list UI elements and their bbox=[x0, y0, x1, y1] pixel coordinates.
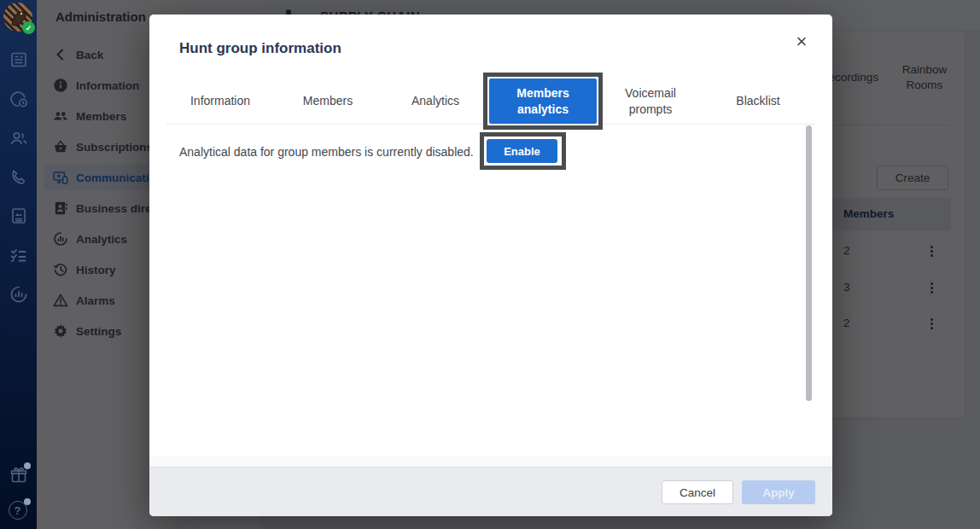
modal-scrollbar-thumb[interactable] bbox=[806, 125, 812, 401]
tasks-icon[interactable] bbox=[9, 245, 29, 265]
icon-rail: ✓ bbox=[0, 0, 37, 529]
close-icon[interactable]: × bbox=[790, 30, 814, 54]
cancel-button[interactable]: Cancel bbox=[662, 480, 733, 504]
gift-notification-dot bbox=[24, 462, 31, 469]
call-history-icon[interactable] bbox=[9, 89, 29, 109]
modal-tab-information[interactable]: Information bbox=[166, 78, 274, 124]
modal-tab-analytics[interactable]: Analytics bbox=[382, 78, 489, 124]
modal-title: Hunt group information bbox=[179, 40, 341, 57]
verified-badge-icon: ✓ bbox=[22, 21, 35, 34]
modal-tab-blacklist[interactable]: Blacklist bbox=[704, 78, 812, 124]
modal-prefooter-strip bbox=[149, 456, 832, 467]
annotation-box-members-analytics-tab bbox=[483, 73, 603, 130]
hunt-group-modal: Hunt group information × Information Mem… bbox=[149, 15, 832, 516]
contacts-icon[interactable] bbox=[9, 128, 29, 148]
apply-button[interactable]: Apply bbox=[742, 480, 815, 504]
app-root: ✓ bbox=[0, 0, 980, 529]
annotation-box-enable-button bbox=[480, 132, 566, 170]
news-icon[interactable] bbox=[9, 49, 29, 70]
phone-icon[interactable] bbox=[9, 167, 29, 188]
help-notification-dot bbox=[24, 498, 31, 505]
gift-icon[interactable] bbox=[9, 465, 29, 485]
analytics-rail-icon[interactable] bbox=[9, 284, 29, 305]
modal-tab-members[interactable]: Members bbox=[274, 78, 382, 124]
help-icon[interactable]: ? bbox=[9, 501, 29, 521]
documents-icon[interactable] bbox=[9, 206, 29, 226]
org-avatar[interactable]: ✓ bbox=[3, 3, 32, 32]
analytics-disabled-message: Analytical data for group members is cur… bbox=[179, 145, 474, 159]
modal-footer: Cancel Apply bbox=[149, 467, 832, 516]
modal-tab-voicemail-prompts[interactable]: Voicemail prompts bbox=[597, 78, 704, 124]
